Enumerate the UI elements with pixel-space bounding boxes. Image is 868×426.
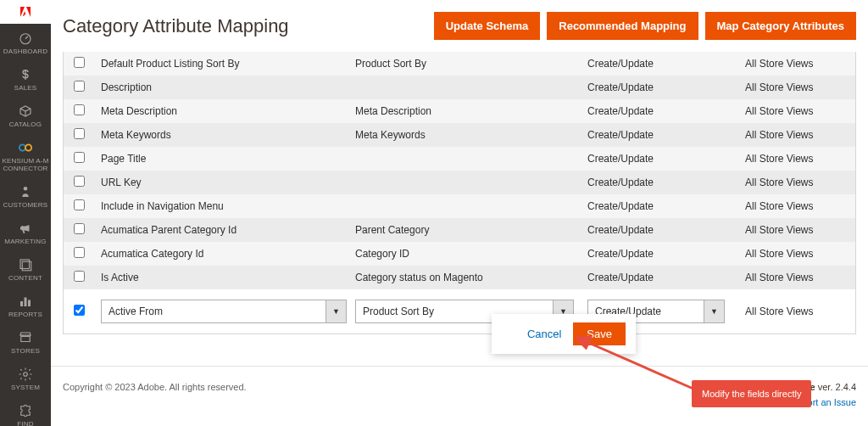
magento-attribute-cell: Acumatica Category Id (94, 243, 348, 265)
nav-label: FIND PARTNERS & EXTENSIONS (2, 420, 49, 426)
gear-icon (2, 365, 49, 384)
nav-label: REPORTS (2, 311, 49, 318)
nav-label: CUSTOMERS (2, 201, 49, 209)
svg-rect-5 (22, 261, 31, 271)
nav-stores[interactable]: STORES (0, 323, 51, 360)
row-checkbox[interactable] (74, 199, 85, 210)
megaphone-icon (2, 219, 49, 238)
row-checkbox[interactable] (74, 247, 85, 258)
magento-attribute-cell: Acumatica Parent Category Id (94, 219, 348, 241)
scope-cell: All Store Views (738, 243, 855, 265)
table-row[interactable]: Meta KeywordsMeta KeywordsCreate/UpdateA… (64, 123, 855, 147)
nav-customers[interactable]: CUSTOMERS (0, 177, 51, 214)
nav-system[interactable]: SYSTEM (0, 360, 51, 396)
acumatica-attribute-cell: Category status on Magento (348, 266, 581, 289)
magento-attribute-cell: Page Title (94, 148, 348, 170)
chevron-down-icon: ▼ (326, 300, 346, 322)
row-checkbox[interactable] (74, 104, 85, 115)
table-row[interactable]: Acumatica Category IdCategory IDCreate/U… (64, 242, 855, 266)
nav-catalog[interactable]: CATALOG (0, 97, 51, 133)
nav-content[interactable]: CONTENT (0, 250, 51, 287)
acumatica-attribute-cell: Parent Category (348, 219, 581, 241)
row-checkbox[interactable] (74, 152, 85, 163)
acumatica-attribute-cell (348, 154, 581, 164)
scope-cell: All Store Views (738, 300, 855, 322)
direction-cell: Create/Update (581, 195, 738, 217)
nav-label: KENSIUM A-M CONNECTOR (2, 157, 49, 172)
nav-kensium-connector[interactable]: KENSIUM A-M CONNECTOR (0, 133, 51, 177)
map-category-attributes-button[interactable]: Map Category Attributes (705, 12, 856, 40)
annotation-callout: Modify the fields directly (692, 380, 811, 407)
table-row[interactable]: DescriptionCreate/UpdateAll Store Views (64, 76, 855, 99)
nav-label: CATALOG (2, 121, 49, 128)
table-row[interactable]: Is ActiveCategory status on MagentoCreat… (64, 266, 855, 289)
table-row[interactable]: Page TitleCreate/UpdateAll Store Views (64, 147, 855, 171)
direction-cell: Create/Update (581, 124, 738, 146)
nav-partners[interactable]: FIND PARTNERS & EXTENSIONS (0, 396, 51, 426)
svg-point-9 (24, 373, 28, 377)
table-row[interactable]: Meta DescriptionMeta DescriptionCreate/U… (64, 99, 855, 123)
scope-cell: All Store Views (738, 219, 855, 241)
magento-attribute-cell: Default Product Listing Sort By (94, 53, 348, 75)
row-checkbox[interactable] (74, 271, 85, 282)
page-title: Category Attribute Mapping (63, 15, 427, 37)
scope-cell: All Store Views (738, 76, 855, 98)
row-checkbox[interactable] (74, 223, 85, 234)
row-checkbox[interactable] (74, 57, 85, 68)
nav-reports[interactable]: REPORTS (0, 287, 51, 323)
table-row[interactable]: Default Product Listing Sort ByProduct S… (64, 52, 855, 76)
magento-attribute-select[interactable]: Active From▼ (101, 300, 347, 323)
nav-label: MARKETING (2, 238, 49, 245)
acumatica-attribute-cell: Category ID (348, 243, 581, 265)
table-row[interactable]: Include in Navigation MenuCreate/UpdateA… (64, 194, 855, 218)
nav-marketing[interactable]: MARKETING (0, 214, 51, 250)
magento-attribute-cell: Meta Description (94, 100, 348, 122)
save-button[interactable]: Save (573, 322, 626, 345)
nav-label: SYSTEM (2, 384, 49, 391)
page-header: Category Attribute Mapping Update Schema… (51, 0, 868, 52)
link-icon (2, 138, 49, 157)
magento-attribute-cell: Is Active (94, 266, 348, 289)
admin-sidebar: DASHBOARD SALES CATALOG KENSIUM A-M CONN… (0, 0, 51, 426)
nav-label: DASHBOARD (2, 48, 49, 55)
nav-label: SALES (2, 84, 49, 92)
puzzle-icon (2, 401, 49, 420)
row-checkbox[interactable] (74, 81, 85, 92)
footer-copyright: Copyright © 2023 Adobe. All rights reser… (63, 382, 692, 407)
direction-cell: Create/Update (581, 243, 738, 265)
direction-cell: Create/Update (581, 148, 738, 170)
row-checkbox[interactable] (74, 305, 85, 316)
main-content: Category Attribute Mapping Update Schema… (51, 0, 868, 426)
direction-cell: Create/Update (581, 76, 738, 98)
store-icon (2, 328, 49, 347)
row-checkbox[interactable] (74, 128, 85, 139)
update-schema-button[interactable]: Update Schema (434, 12, 541, 40)
svg-rect-4 (20, 260, 30, 269)
direction-cell: Create/Update (581, 219, 738, 241)
table-row[interactable]: Acumatica Parent Category IdParent Categ… (64, 218, 855, 242)
bars-icon (2, 292, 49, 311)
acumatica-attribute-cell (348, 201, 581, 211)
nav-label: STORES (2, 347, 49, 355)
svg-rect-6 (20, 301, 23, 306)
nav-dashboard[interactable]: DASHBOARD (0, 24, 51, 60)
nav-sales[interactable]: SALES (0, 60, 51, 97)
direction-cell: Create/Update (581, 53, 738, 75)
acumatica-attribute-cell: Meta Keywords (348, 124, 581, 146)
row-checkbox[interactable] (74, 176, 85, 187)
direction-cell: Create/Update (581, 266, 738, 289)
svg-point-2 (25, 144, 31, 150)
cancel-button[interactable]: Cancel (527, 328, 561, 340)
recommended-mapping-button[interactable]: Recommended Mapping (547, 12, 698, 40)
scope-cell: All Store Views (738, 148, 855, 170)
adobe-logo[interactable] (0, 0, 51, 24)
scope-cell: All Store Views (738, 171, 855, 193)
scope-cell: All Store Views (738, 53, 855, 75)
table-row-editing: Active From▼Product Sort By▼Create/Updat… (64, 289, 855, 334)
acumatica-attribute-cell (348, 82, 581, 92)
table-row[interactable]: URL KeyCreate/UpdateAll Store Views (64, 171, 855, 194)
mapping-grid: Default Product Listing Sort ByProduct S… (63, 52, 856, 334)
magento-attribute-cell: Meta Keywords (94, 124, 348, 146)
dollar-icon (2, 65, 49, 84)
svg-rect-7 (25, 298, 27, 307)
